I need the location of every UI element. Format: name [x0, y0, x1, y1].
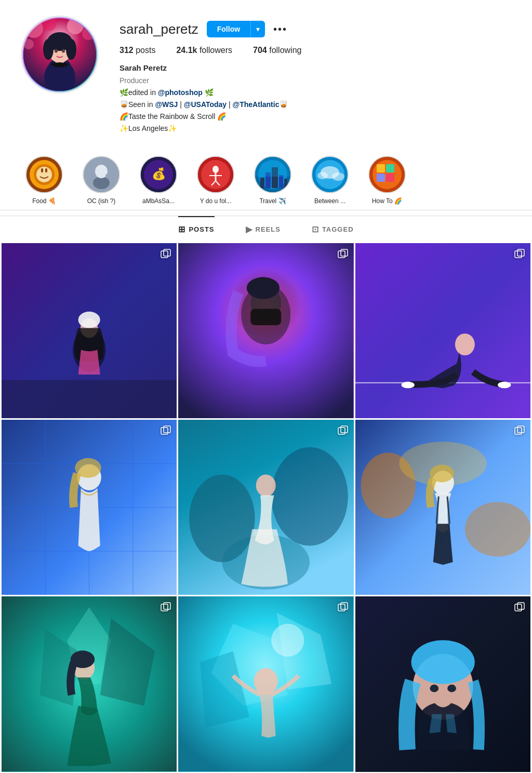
highlight-y-label: Y do u fol...: [200, 197, 232, 205]
avatar[interactable]: [21, 16, 99, 94]
svg-rect-94: [338, 428, 345, 434]
multi-post-icon: [514, 602, 525, 613]
post-item[interactable]: [355, 420, 530, 595]
svg-point-127: [447, 685, 456, 692]
svg-rect-66: [250, 309, 281, 325]
wsj-link[interactable]: @WSJ: [155, 100, 178, 109]
svg-rect-77: [517, 249, 524, 256]
svg-rect-88: [164, 426, 170, 433]
follow-button[interactable]: Follow: [207, 21, 250, 37]
usatoday-link[interactable]: @USAToday: [184, 100, 227, 109]
svg-point-74: [401, 381, 414, 388]
post-item[interactable]: [2, 243, 177, 418]
tab-reels[interactable]: ▶ REELS: [246, 216, 281, 242]
tab-tagged[interactable]: ⊡ TAGGED: [312, 216, 354, 242]
highlight-travel-label: Travel ✈️: [259, 197, 286, 205]
highlight-howto-circle: [368, 156, 406, 193]
multi-post-icon: [514, 425, 525, 436]
post-item[interactable]: [178, 420, 353, 595]
svg-point-11: [43, 39, 54, 60]
post-item[interactable]: [2, 596, 177, 771]
svg-rect-61: [164, 249, 170, 256]
bio-section: Sarah Peretz Producer 🌿edited in @photos…: [119, 62, 511, 134]
post-item[interactable]: [355, 243, 530, 418]
photoshop-link[interactable]: @photoshop: [158, 88, 203, 97]
profile-top-row: sarah_peretz Follow ▾ •••: [119, 21, 511, 37]
svg-point-73: [455, 333, 475, 355]
avatar-inner: [23, 18, 96, 91]
follow-dropdown-button[interactable]: ▾: [250, 21, 265, 37]
multi-post-icon: [160, 425, 171, 436]
reels-icon: ▶: [246, 224, 252, 234]
svg-rect-60: [161, 251, 168, 258]
followers-stat[interactable]: 24.1k followers: [176, 46, 232, 55]
tab-posts[interactable]: ⊞ POSTS: [178, 216, 214, 242]
svg-rect-76: [515, 251, 522, 258]
post-item[interactable]: [2, 420, 177, 595]
posts-count: 312: [119, 46, 134, 55]
multi-post-icon: [514, 248, 525, 260]
svg-point-93: [256, 474, 276, 496]
profile-section: sarah_peretz Follow ▾ ••• 312 posts 24.1…: [0, 0, 532, 145]
highlight-y-circle: [197, 156, 234, 193]
svg-rect-51: [386, 164, 394, 172]
svg-point-13: [55, 49, 58, 53]
svg-rect-37: [260, 178, 264, 188]
multi-post-icon: [337, 425, 349, 436]
multi-post-icon: [337, 248, 349, 260]
highlight-oc[interactable]: OC (ish ?): [78, 156, 125, 205]
bio-name: Sarah Peretz: [119, 62, 511, 74]
more-options-button[interactable]: •••: [273, 23, 287, 35]
svg-point-5: [23, 39, 34, 49]
bio-title: Producer: [119, 75, 511, 86]
svg-rect-20: [45, 168, 47, 172]
post-item[interactable]: [178, 596, 353, 771]
svg-rect-95: [341, 426, 348, 433]
svg-point-47: [332, 172, 344, 181]
highlight-food-circle: [25, 156, 63, 193]
svg-rect-56: [2, 380, 177, 418]
following-stat[interactable]: 704 following: [253, 46, 301, 55]
stats-row: 312 posts 24.1k followers 704 following: [119, 46, 511, 55]
svg-point-22: [93, 177, 110, 189]
svg-rect-52: [377, 174, 385, 182]
svg-point-103: [430, 464, 454, 482]
posts-grid: [0, 242, 532, 774]
highlight-oc-circle: [83, 156, 120, 193]
atlantic-link[interactable]: @TheAtlantic: [233, 100, 280, 109]
highlight-food[interactable]: Food 🍕: [21, 156, 68, 205]
svg-rect-42: [255, 157, 290, 177]
svg-rect-87: [161, 428, 168, 434]
svg-rect-128: [515, 604, 522, 611]
highlight-howto-label: How To 🌈: [372, 197, 402, 205]
tab-tagged-label: TAGGED: [322, 225, 354, 233]
svg-rect-113: [164, 603, 170, 609]
username: sarah_peretz: [119, 21, 198, 37]
svg-point-3: [67, 18, 84, 34]
highlight-amb[interactable]: 💰 aMbAsSa...: [135, 156, 182, 205]
svg-point-67: [247, 277, 280, 299]
highlight-y[interactable]: Y do u fol...: [192, 156, 239, 205]
highlight-howto[interactable]: How To 🌈: [364, 156, 410, 205]
highlight-travel[interactable]: Travel ✈️: [249, 156, 296, 205]
multi-post-icon: [160, 248, 171, 260]
post-item[interactable]: [355, 596, 530, 771]
svg-point-86: [75, 458, 101, 478]
follow-button-group: Follow ▾: [207, 21, 265, 37]
svg-rect-105: [517, 426, 524, 433]
posts-stat[interactable]: 312 posts: [119, 46, 155, 55]
highlights-section: Food 🍕 OC (ish ?) 💰 aMbAsSa...: [0, 145, 532, 210]
bio-line-3: 🌈Taste the Rainbow & Scroll 🌈: [119, 111, 511, 122]
svg-rect-68: [338, 251, 345, 258]
svg-rect-40: [279, 175, 283, 188]
bio-line-2: 🥃Seen in @WSJ | @USAToday | @TheAtlantic…: [119, 99, 511, 110]
svg-point-119: [254, 668, 278, 695]
svg-point-75: [498, 381, 511, 388]
highlight-travel-circle: [254, 156, 291, 193]
multi-post-icon: [337, 602, 349, 613]
svg-point-91: [272, 447, 349, 546]
highlight-between[interactable]: Between ...: [307, 156, 353, 205]
svg-point-59: [78, 311, 100, 328]
svg-rect-71: [355, 243, 530, 418]
post-item[interactable]: [178, 243, 353, 418]
